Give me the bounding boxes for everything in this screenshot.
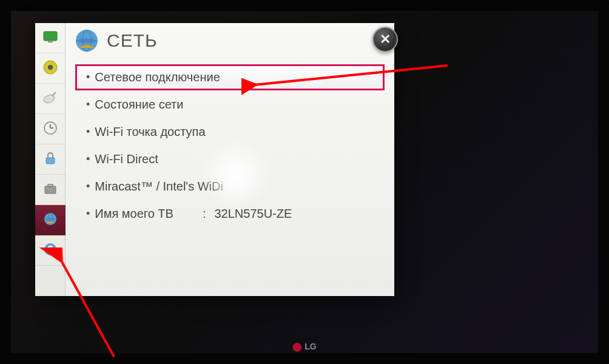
svg-rect-0 <box>44 32 57 41</box>
settings-header: СЕТЬ ✕ <box>66 23 394 58</box>
close-button[interactable]: ✕ <box>372 27 398 52</box>
speaker-icon <box>42 59 58 78</box>
monitor-icon <box>42 29 58 47</box>
clock-icon <box>42 120 58 138</box>
bullet-icon: • <box>86 180 90 193</box>
menu-item-label: Wi-Fi точка доступа <box>95 125 205 139</box>
close-icon: ✕ <box>380 32 391 47</box>
menu-item-label: Wi-Fi Direct <box>95 152 158 166</box>
bullet-icon: • <box>86 98 90 111</box>
menu-item-label: Сетевое подключение <box>95 70 220 84</box>
globe-icon <box>42 211 58 229</box>
menu-item-value: 32LN575U-ZE <box>214 207 292 221</box>
settings-window: ? СЕТЬ ✕ • Сетевое подключение <box>35 23 394 296</box>
bullet-icon: • <box>86 71 90 84</box>
settings-main: СЕТЬ ✕ • Сетевое подключение • Состояние… <box>66 23 394 296</box>
sidebar-item-channel[interactable] <box>35 84 66 114</box>
menu-item-label: Miracast™ / Intel's WiDi <box>95 180 223 194</box>
menu-item-wifi-ap[interactable]: • Wi-Fi точка доступа <box>75 119 385 145</box>
sidebar-item-time[interactable] <box>35 114 66 144</box>
page-title: СЕТЬ <box>107 30 158 51</box>
question-icon: ? <box>42 241 58 260</box>
menu-item-network-connection[interactable]: • Сетевое подключение <box>75 64 385 90</box>
satellite-icon <box>42 90 58 108</box>
sidebar-item-picture[interactable] <box>35 23 66 53</box>
tv-frame: ? СЕТЬ ✕ • Сетевое подключение <box>0 0 609 364</box>
svg-text:?: ? <box>47 244 53 255</box>
sidebar-item-sound[interactable] <box>35 53 66 84</box>
separator: : <box>203 207 206 221</box>
menu-list: • Сетевое подключение • Состояние сети •… <box>66 58 394 234</box>
tv-brand-logo: ⬤ LG <box>292 342 316 351</box>
menu-item-tv-name[interactable]: • Имя моего ТВ : 32LN575U-ZE <box>75 201 385 227</box>
bullet-icon: • <box>86 126 90 138</box>
svg-rect-1 <box>48 41 53 42</box>
svg-rect-10 <box>45 186 56 194</box>
menu-item-label: Состояние сети <box>95 98 183 112</box>
settings-sidebar: ? <box>35 23 66 296</box>
sidebar-item-option[interactable] <box>35 175 66 205</box>
menu-item-miracast[interactable]: • Miracast™ / Intel's WiDi <box>75 174 385 200</box>
svg-rect-9 <box>46 158 55 164</box>
bullet-icon: • <box>86 207 90 220</box>
svg-point-3 <box>48 65 53 70</box>
lock-icon <box>42 150 58 169</box>
sidebar-item-support[interactable]: ? <box>35 235 66 266</box>
briefcase-icon <box>42 181 58 199</box>
sidebar-item-network[interactable] <box>35 205 66 235</box>
menu-item-wifi-direct[interactable]: • Wi-Fi Direct <box>75 146 385 172</box>
sidebar-item-lock[interactable] <box>35 144 66 175</box>
globe-icon <box>74 28 99 53</box>
svg-line-5 <box>52 92 56 96</box>
menu-item-network-status[interactable]: • Состояние сети <box>75 92 385 118</box>
svg-rect-11 <box>48 184 53 186</box>
menu-item-label: Имя моего ТВ <box>95 207 173 221</box>
bullet-icon: • <box>86 153 90 166</box>
